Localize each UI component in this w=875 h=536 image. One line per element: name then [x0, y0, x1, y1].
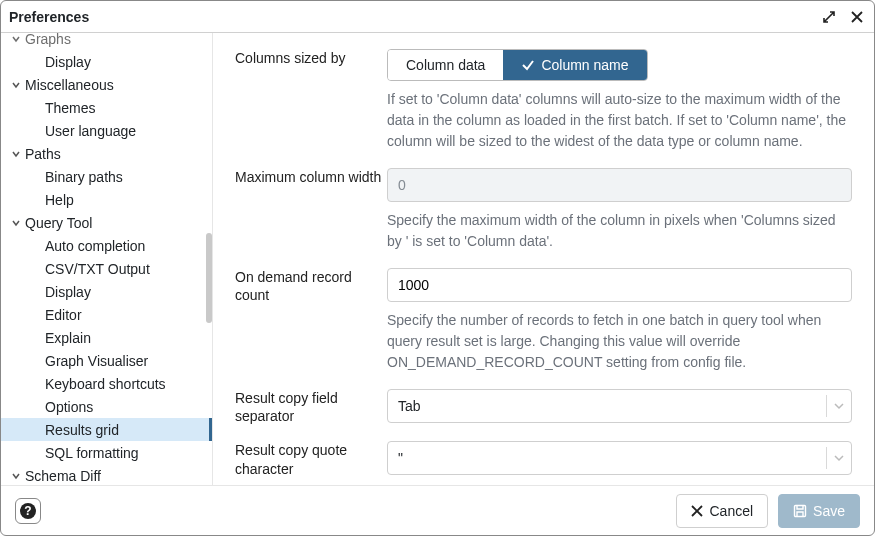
- sidebar-item[interactable]: SQL formatting: [1, 441, 212, 464]
- sidebar-item[interactable]: Auto completion: [1, 234, 212, 257]
- svg-text:?: ?: [24, 504, 31, 518]
- sidebar-item-label: Display: [45, 54, 91, 70]
- expand-icon[interactable]: [820, 8, 838, 26]
- chevron-down-icon: [9, 34, 23, 44]
- sidebar-item-label: Graph Visualiser: [45, 353, 148, 369]
- scrollbar-thumb[interactable]: [206, 233, 212, 323]
- chevron-down-icon: [9, 149, 23, 159]
- sidebar-item[interactable]: Graph Visualiser: [1, 349, 212, 372]
- sidebar-item[interactable]: CSV/TXT Output: [1, 257, 212, 280]
- sidebar-item[interactable]: Editor: [1, 303, 212, 326]
- max-col-width-label: Maximum column width: [235, 168, 387, 252]
- sidebar-item-label: SQL formatting: [45, 445, 139, 461]
- dialog-title: Preferences: [9, 9, 89, 25]
- sidebar-item[interactable]: Display: [1, 50, 212, 73]
- on-demand-help: Specify the number of records to fetch i…: [387, 310, 852, 373]
- chevron-down-icon: [9, 80, 23, 90]
- sidebar-group-label: Miscellaneous: [25, 77, 114, 93]
- sidebar-item-label: Display: [45, 284, 91, 300]
- svg-rect-2: [795, 505, 806, 516]
- check-icon: [521, 58, 535, 72]
- columns-sized-by-option-data[interactable]: Column data: [388, 50, 503, 80]
- max-col-width-input: [387, 168, 852, 202]
- sidebar-item[interactable]: Options: [1, 395, 212, 418]
- sidebar-item-label: Results grid: [45, 422, 119, 438]
- preferences-sidebar[interactable]: GraphsDisplayMiscellaneousThemesUser lan…: [1, 33, 213, 485]
- sidebar-item-label: Binary paths: [45, 169, 123, 185]
- copy-sep-select[interactable]: Tab: [387, 389, 852, 423]
- columns-sized-by-toggle[interactable]: Column data Column name: [387, 49, 648, 81]
- on-demand-input[interactable]: [387, 268, 852, 302]
- sidebar-group-label: Graphs: [25, 33, 71, 47]
- columns-sized-by-option-name[interactable]: Column name: [503, 50, 646, 80]
- sidebar-item-label: Keyboard shortcuts: [45, 376, 166, 392]
- on-demand-label: On demand record count: [235, 268, 387, 373]
- help-button[interactable]: ?: [15, 498, 41, 524]
- sidebar-group-label: Query Tool: [25, 215, 92, 231]
- sidebar-item[interactable]: Explain: [1, 326, 212, 349]
- question-icon: ?: [19, 502, 37, 520]
- sidebar-item[interactable]: User language: [1, 119, 212, 142]
- sidebar-item-label: Editor: [45, 307, 82, 323]
- sidebar-item[interactable]: Help: [1, 188, 212, 211]
- sidebar-group[interactable]: Miscellaneous: [1, 73, 212, 96]
- copy-sep-label: Result copy field separator: [235, 389, 387, 425]
- sidebar-item-label: CSV/TXT Output: [45, 261, 150, 277]
- sidebar-item[interactable]: Binary paths: [1, 165, 212, 188]
- max-col-width-help: Specify the maximum width of the column …: [387, 210, 852, 252]
- chevron-down-icon: [9, 218, 23, 228]
- sidebar-item-label: Options: [45, 399, 93, 415]
- sidebar-item[interactable]: Keyboard shortcuts: [1, 372, 212, 395]
- sidebar-item-label: Auto completion: [45, 238, 145, 254]
- columns-sized-by-help: If set to 'Column data' columns will aut…: [387, 89, 852, 152]
- save-button[interactable]: Save: [778, 494, 860, 528]
- cancel-button[interactable]: Cancel: [676, 494, 768, 528]
- close-icon: [691, 505, 703, 517]
- sidebar-group[interactable]: Paths: [1, 142, 212, 165]
- sidebar-group-label: Schema Diff: [25, 468, 101, 484]
- chevron-down-icon: [9, 471, 23, 481]
- sidebar-group[interactable]: Query Tool: [1, 211, 212, 234]
- sidebar-item[interactable]: Display: [1, 280, 212, 303]
- sidebar-item[interactable]: Results grid: [1, 418, 212, 441]
- sidebar-item-label: User language: [45, 123, 136, 139]
- sidebar-group[interactable]: Schema Diff: [1, 464, 212, 485]
- sidebar-item-label: Themes: [45, 100, 96, 116]
- columns-sized-by-label: Columns sized by: [235, 49, 387, 152]
- sidebar-group-label: Paths: [25, 146, 61, 162]
- chevron-down-icon: [833, 452, 845, 464]
- save-icon: [793, 504, 807, 518]
- sidebar-item-label: Help: [45, 192, 74, 208]
- chevron-down-icon: [833, 400, 845, 412]
- copy-quote-char-select[interactable]: ": [387, 441, 852, 475]
- sidebar-item[interactable]: Themes: [1, 96, 212, 119]
- close-icon[interactable]: [848, 8, 866, 26]
- sidebar-item-label: Explain: [45, 330, 91, 346]
- sidebar-group[interactable]: Graphs: [1, 33, 212, 50]
- preferences-form: Columns sized by Column data Column name…: [213, 33, 874, 485]
- copy-quote-char-label: Result copy quote character: [235, 441, 387, 477]
